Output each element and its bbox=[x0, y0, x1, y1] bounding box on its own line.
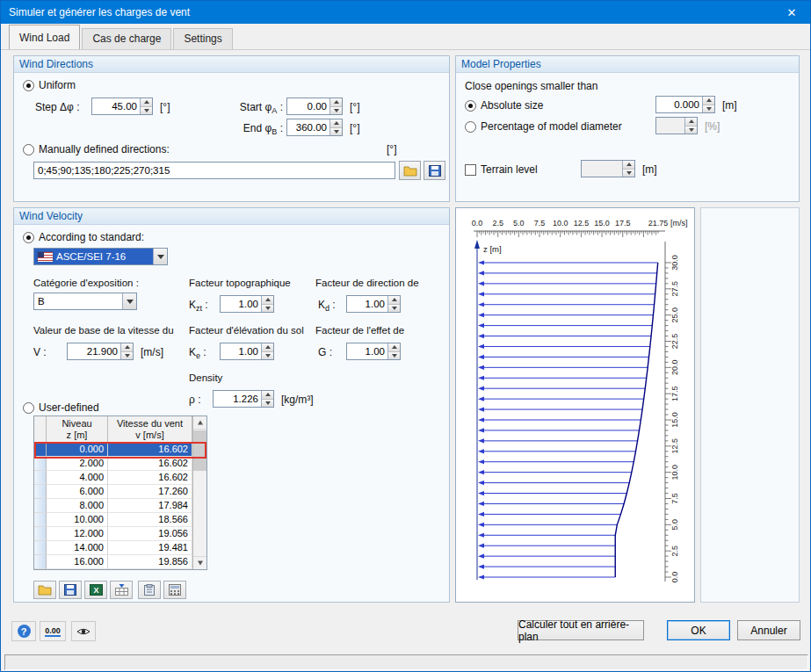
edit-values-button[interactable] bbox=[163, 581, 186, 599]
kd-field[interactable] bbox=[346, 295, 401, 313]
absolute-size-field[interactable] bbox=[655, 96, 715, 113]
percentage-radio[interactable]: Percentage of model diameter bbox=[465, 120, 622, 133]
calculate-background-button[interactable]: Calculer tout en arrière-plan bbox=[518, 620, 644, 640]
cell-velocity-v[interactable]: 17.260 bbox=[108, 485, 192, 499]
kd-input[interactable] bbox=[347, 296, 387, 312]
tab-settings[interactable]: Settings bbox=[173, 28, 232, 49]
standard-dropdown-arrow[interactable] bbox=[153, 249, 167, 264]
end-angle-spinner[interactable] bbox=[329, 119, 342, 135]
cell-level-z[interactable]: 16.000 bbox=[47, 555, 108, 569]
start-angle-spinner[interactable] bbox=[329, 98, 342, 114]
cell-level-z[interactable]: 8.000 bbox=[47, 499, 108, 513]
cell-velocity-v[interactable]: 18.566 bbox=[108, 513, 192, 527]
manual-unit: [°] bbox=[387, 143, 396, 155]
manual-directions-radio[interactable]: Manually defined directions: bbox=[23, 143, 170, 155]
terrain-level-checkbox[interactable]: Terrain level bbox=[465, 163, 538, 176]
kzt-field[interactable] bbox=[220, 295, 274, 313]
cell-velocity-v[interactable]: 19.856 bbox=[108, 555, 192, 569]
scroll-up-icon[interactable] bbox=[193, 416, 206, 430]
velocity-table-row[interactable]: 12.00019.056 bbox=[34, 527, 206, 541]
absolute-size-spinner[interactable] bbox=[702, 97, 714, 112]
g-field[interactable] bbox=[346, 343, 401, 360]
paste-values-button[interactable] bbox=[138, 581, 161, 599]
scroll-thumb[interactable] bbox=[193, 430, 206, 471]
velocity-table-row[interactable]: 10.00018.566 bbox=[34, 513, 206, 527]
v-spinner[interactable] bbox=[120, 343, 133, 359]
start-angle-field[interactable] bbox=[286, 98, 343, 115]
exposure-dropdown-arrow[interactable] bbox=[122, 293, 136, 309]
close-button[interactable]: ✕ bbox=[773, 1, 810, 24]
v-field[interactable] bbox=[67, 343, 134, 360]
import-table-button[interactable] bbox=[110, 581, 133, 599]
cell-level-z[interactable]: 10.000 bbox=[47, 513, 108, 527]
density-input[interactable] bbox=[214, 391, 261, 407]
display-button[interactable] bbox=[71, 621, 96, 641]
manual-directions-input[interactable] bbox=[33, 162, 395, 179]
step-label: Step Δφ : bbox=[35, 101, 80, 113]
velocity-table-body: 0.00016.6022.00016.6024.00016.6026.00017… bbox=[34, 443, 206, 569]
step-field[interactable] bbox=[91, 98, 153, 115]
v-input[interactable] bbox=[68, 343, 120, 359]
end-angle-input[interactable] bbox=[287, 119, 329, 135]
export-excel-button[interactable]: X bbox=[84, 581, 107, 599]
cell-velocity-v[interactable]: 19.481 bbox=[108, 541, 192, 555]
ke-input[interactable] bbox=[221, 343, 261, 359]
ok-button[interactable]: OK bbox=[667, 620, 730, 640]
tab-load-cases[interactable]: Cas de charge bbox=[82, 28, 171, 49]
ke-spinner[interactable] bbox=[261, 343, 273, 359]
excel-icon: X bbox=[90, 584, 103, 596]
cell-velocity-v[interactable]: 16.602 bbox=[108, 471, 192, 485]
velocity-table-row[interactable]: 16.00019.856 bbox=[34, 555, 206, 569]
g-spinner[interactable] bbox=[387, 343, 400, 359]
tab-bar: Wind Load Cas de charge Settings bbox=[1, 25, 810, 50]
svg-text:10.0: 10.0 bbox=[553, 219, 568, 228]
wind-profile-chart: 0.02.55.07.510.012.515.017.521.75[m/s]0.… bbox=[456, 208, 694, 602]
g-input[interactable] bbox=[347, 343, 387, 359]
svg-text:17.5: 17.5 bbox=[615, 219, 631, 228]
ke-field[interactable] bbox=[220, 343, 274, 360]
standard-combobox[interactable]: ASCE/SEI 7-16 bbox=[33, 248, 168, 265]
cell-velocity-v[interactable]: 17.984 bbox=[108, 499, 192, 513]
open-directions-button[interactable] bbox=[399, 161, 421, 180]
velocity-table-row[interactable]: 6.00017.260 bbox=[34, 485, 206, 499]
step-spinner[interactable] bbox=[140, 98, 152, 114]
cell-level-z[interactable]: 4.000 bbox=[47, 471, 108, 485]
cell-velocity-v[interactable]: 16.602 bbox=[108, 457, 192, 471]
density-spinner[interactable] bbox=[261, 391, 273, 407]
table-scrollbar[interactable] bbox=[192, 416, 206, 569]
table-save-button[interactable] bbox=[59, 581, 82, 599]
cell-level-z[interactable]: 6.000 bbox=[47, 485, 108, 499]
velocity-table-row[interactable]: 14.00019.481 bbox=[34, 541, 206, 555]
uniform-radio[interactable]: Uniform bbox=[23, 79, 76, 91]
start-angle-input[interactable] bbox=[287, 98, 329, 114]
velocity-table-row[interactable]: 8.00017.984 bbox=[34, 499, 206, 513]
step-input[interactable] bbox=[92, 98, 140, 114]
cell-level-z[interactable]: 12.000 bbox=[47, 527, 108, 541]
absolute-size-input[interactable] bbox=[656, 97, 702, 112]
dialog-titlebar[interactable]: Simuler et générer les charges de vent ✕ bbox=[1, 1, 810, 24]
absolute-size-radio[interactable]: Absolute size bbox=[465, 99, 543, 112]
according-to-standard-radio[interactable]: According to standard: bbox=[23, 231, 144, 243]
cell-velocity-v[interactable]: 16.602 bbox=[108, 443, 192, 457]
cell-level-z[interactable]: 0.000 bbox=[47, 443, 108, 457]
cell-level-z[interactable]: 14.000 bbox=[47, 541, 108, 555]
density-field[interactable] bbox=[213, 390, 274, 408]
table-open-button[interactable] bbox=[33, 581, 56, 599]
tab-wind-load[interactable]: Wind Load bbox=[9, 25, 80, 49]
velocity-table-row[interactable]: 0.00016.602 bbox=[34, 443, 206, 457]
velocity-table-row[interactable]: 4.00016.602 bbox=[34, 471, 206, 485]
help-button[interactable]: ? bbox=[11, 621, 36, 641]
kzt-spinner[interactable] bbox=[261, 296, 273, 312]
end-angle-field[interactable] bbox=[286, 119, 343, 136]
velocity-table-row[interactable]: 2.00016.602 bbox=[34, 457, 206, 471]
save-directions-button[interactable] bbox=[424, 161, 445, 180]
exposure-category-combobox[interactable]: B bbox=[33, 293, 137, 310]
cell-velocity-v[interactable]: 19.056 bbox=[108, 527, 192, 541]
scroll-down-icon[interactable] bbox=[193, 556, 206, 569]
units-settings-button[interactable]: 0.00 bbox=[40, 621, 66, 641]
kd-spinner[interactable] bbox=[387, 296, 400, 312]
user-defined-radio[interactable]: User-defined bbox=[23, 401, 99, 414]
cell-level-z[interactable]: 2.000 bbox=[47, 457, 108, 471]
cancel-button[interactable]: Annuler bbox=[737, 620, 800, 640]
kzt-input[interactable] bbox=[221, 296, 261, 312]
